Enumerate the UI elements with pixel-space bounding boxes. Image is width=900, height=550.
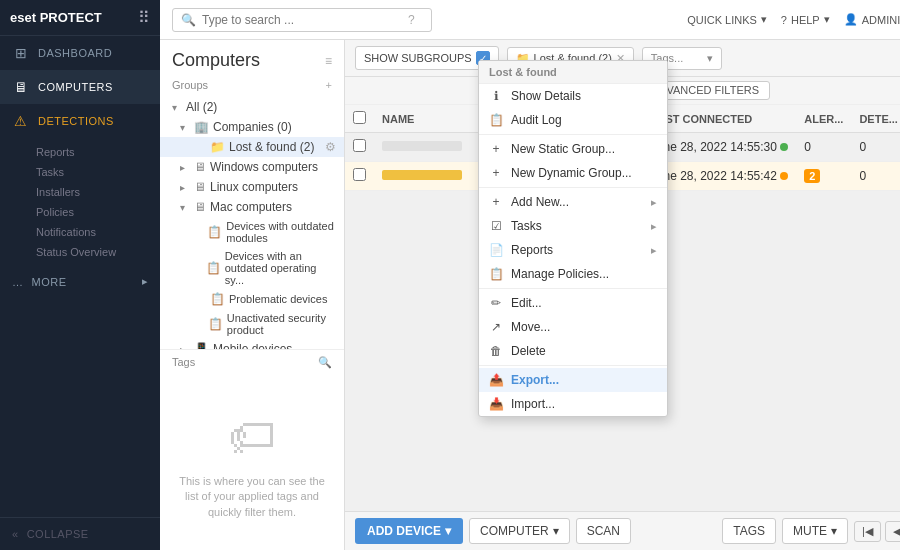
ctx-item-label: New Dynamic Group...: [511, 166, 632, 180]
tree-item-outdated-os[interactable]: 📋 Devices with an outdated operating sy.…: [160, 247, 344, 289]
ctx-item-label: Tasks: [511, 219, 542, 233]
col-header-name[interactable]: NAME: [374, 105, 470, 133]
row-checkbox[interactable]: [345, 133, 374, 162]
sidebar-item-notifications[interactable]: Notifications: [36, 222, 160, 242]
context-menu[interactable]: Lost & found ℹ Show Details 📋 Audit Log …: [478, 60, 668, 417]
tree-item-label: Linux computers: [210, 180, 298, 194]
scan-button[interactable]: SCAN: [576, 518, 631, 544]
caret-icon: ▸: [180, 182, 190, 193]
tag-icon: 🏷: [176, 409, 328, 464]
ctx-reports[interactable]: 📄 Reports ▸: [479, 238, 667, 262]
mute-button[interactable]: MUTE ▾: [782, 518, 848, 544]
collapse-label: COLLAPSE: [27, 528, 89, 540]
list-icon: 📋: [208, 317, 223, 331]
tags-empty: 🏷 This is where you can see the list of …: [160, 379, 344, 550]
admin-button[interactable]: 👤 ADMINISTRATOR ▾: [844, 13, 900, 26]
main-content: 🔍 ? QUICK LINKS ▾ ? HELP ▾ 👤 ADMINISTRAT…: [160, 0, 900, 550]
windows-icon: 🖥: [194, 160, 206, 174]
computer-button[interactable]: COMPUTER ▾: [469, 518, 570, 544]
tree-item-mac[interactable]: ▾ 🖥 Mac computers: [160, 197, 344, 217]
dashboard-icon: ⊞: [12, 45, 30, 61]
tags-dropdown-chevron-icon: ▾: [707, 52, 713, 65]
ctx-new-static[interactable]: + New Static Group...: [479, 137, 667, 161]
building-icon: 🏢: [194, 120, 209, 134]
ctx-item-label: Move...: [511, 320, 550, 334]
sidebar-item-installers[interactable]: Installers: [36, 182, 160, 202]
prev-page-button[interactable]: ◀: [885, 521, 900, 542]
sidebar-item-dashboard[interactable]: ⊞ DASHBOARD: [0, 36, 160, 70]
help-icon: ?: [781, 14, 787, 26]
sidebar-collapse-button[interactable]: « COLLAPSE: [0, 517, 160, 550]
col-header-alerts[interactable]: ALER...: [796, 105, 851, 133]
ctx-import[interactable]: 📥 Import...: [479, 392, 667, 416]
tags-header: Tags 🔍: [172, 356, 332, 369]
sidebar-item-computers[interactable]: 🖥 COMPUTERS: [0, 70, 160, 104]
sidebar-item-policies[interactable]: Policies: [36, 202, 160, 222]
submenu-arrow-icon: ▸: [651, 196, 657, 209]
sidebar-item-label: COMPUTERS: [38, 81, 113, 93]
search-input[interactable]: [202, 13, 402, 27]
ctx-edit[interactable]: ✏ Edit...: [479, 291, 667, 315]
tree-item-problematic[interactable]: 📋 Problematic devices: [160, 289, 344, 309]
tree-item-linux[interactable]: ▸ 🖥 Linux computers: [160, 177, 344, 197]
quick-links-button[interactable]: QUICK LINKS ▾: [687, 13, 767, 26]
list-icon: 📋: [207, 225, 222, 239]
page-title: Computers: [172, 50, 260, 71]
tags-section: Tags 🔍: [160, 349, 344, 379]
tree-item-unactivated[interactable]: 📋 Unactivated security product: [160, 309, 344, 339]
search-help-icon: ?: [408, 13, 415, 27]
add-icon: +: [489, 195, 503, 209]
ctx-tasks[interactable]: ☑ Tasks ▸: [479, 214, 667, 238]
caret-icon: ▸: [180, 162, 190, 173]
tree-item-label: All (2): [186, 100, 217, 114]
tree-item-mobile[interactable]: ▸ 📱 Mobile devices: [160, 339, 344, 349]
gear-icon[interactable]: ⚙: [325, 140, 336, 154]
tree-item-all[interactable]: ▾ All (2): [160, 97, 344, 117]
ctx-show-details[interactable]: ℹ Show Details: [479, 84, 667, 108]
tree-item-outdated-modules[interactable]: 📋 Devices with outdated modules: [160, 217, 344, 247]
add-device-button[interactable]: ADD DEVICE ▾: [355, 518, 463, 544]
tags-search-icon[interactable]: 🔍: [318, 356, 332, 369]
tree-item-companies[interactable]: ▾ 🏢 Companies (0): [160, 117, 344, 137]
ctx-item-label: Manage Policies...: [511, 267, 609, 281]
ctx-audit-log[interactable]: 📋 Audit Log: [479, 108, 667, 132]
tags-label: TAGS: [733, 524, 765, 538]
tree-item-label: Problematic devices: [229, 293, 327, 305]
sidebar-item-status-overview[interactable]: Status Overview: [36, 242, 160, 262]
tags-button[interactable]: TAGS: [722, 518, 776, 544]
list-icon: 📋: [206, 261, 221, 275]
sidebar-item-reports[interactable]: Reports: [36, 142, 160, 162]
sidebar-logo: eset PROTECT ⠿: [0, 0, 160, 36]
grid-icon[interactable]: ⠿: [138, 8, 150, 27]
tree-item-label: Mac computers: [210, 200, 292, 214]
info-icon: ℹ: [489, 89, 503, 103]
col-header-checkbox[interactable]: [345, 105, 374, 133]
tree-item-label: Companies (0): [213, 120, 292, 134]
sidebar-item-detections[interactable]: ⚠ DETECTIONS: [0, 104, 160, 138]
first-page-button[interactable]: |◀: [854, 521, 881, 542]
select-all-checkbox[interactable]: [353, 111, 366, 124]
top-header: 🔍 ? QUICK LINKS ▾ ? HELP ▾ 👤 ADMINISTRAT…: [160, 0, 900, 40]
row-detections: 0: [851, 133, 900, 162]
header-right: QUICK LINKS ▾ ? HELP ▾ 👤 ADMINISTRATOR ▾…: [687, 4, 900, 36]
export-icon: 📤: [489, 373, 503, 387]
ctx-add-new[interactable]: + Add New... ▸: [479, 190, 667, 214]
ctx-new-dynamic[interactable]: + New Dynamic Group...: [479, 161, 667, 185]
help-button[interactable]: ? HELP ▾: [781, 13, 830, 26]
ctx-move[interactable]: ↗ Move...: [479, 315, 667, 339]
tags-label: Tags: [172, 356, 195, 368]
tree-item-lost-found[interactable]: 📁 Lost & found (2) ⚙: [160, 137, 344, 157]
search-box[interactable]: 🔍 ?: [172, 8, 432, 32]
computers-icon: 🖥: [12, 79, 30, 95]
ctx-manage-policies[interactable]: 📋 Manage Policies...: [479, 262, 667, 286]
ctx-item-label: Add New...: [511, 195, 569, 209]
row-checkbox[interactable]: [345, 162, 374, 191]
bottom-bar: ADD DEVICE ▾ COMPUTER ▾ SCAN TAGS: [345, 511, 900, 550]
sidebar-item-tasks[interactable]: Tasks: [36, 162, 160, 182]
col-header-detections[interactable]: DETE...: [851, 105, 900, 133]
show-subgroups-label: SHOW SUBGROUPS: [364, 52, 472, 64]
tree-item-windows[interactable]: ▸ 🖥 Windows computers: [160, 157, 344, 177]
ctx-export[interactable]: 📤 Export...: [479, 368, 667, 392]
sidebar-item-more[interactable]: … More ▸: [0, 266, 160, 297]
ctx-delete[interactable]: 🗑 Delete: [479, 339, 667, 363]
